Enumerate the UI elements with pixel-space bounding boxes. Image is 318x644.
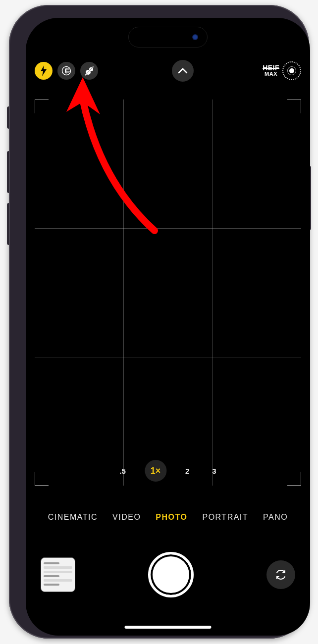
format-line2: MAX <box>263 71 279 76</box>
format-badge[interactable]: HEIF MAX <box>263 65 279 77</box>
grid-line <box>123 99 124 486</box>
camera-bottom-controls <box>26 543 310 607</box>
flash-button[interactable] <box>35 62 53 80</box>
viewfinder[interactable]: .5 1× 2 3 <box>35 99 301 486</box>
mode-photo[interactable]: PHOTO <box>156 513 187 522</box>
format-line1: HEIF <box>263 65 279 71</box>
mode-cinematic[interactable]: CINEMATIC <box>48 513 98 522</box>
home-indicator[interactable] <box>125 626 212 629</box>
shutter-button[interactable] <box>148 552 194 597</box>
flash-icon <box>40 65 48 76</box>
camera-flip-icon <box>274 568 288 582</box>
night-mode-button[interactable] <box>57 62 75 80</box>
camera-flip-button[interactable] <box>266 560 295 589</box>
chevron-up-icon <box>178 68 188 74</box>
zoom-3x[interactable]: 3 <box>208 464 220 478</box>
zoom-controls: .5 1× 2 3 <box>115 460 220 482</box>
mode-pano[interactable]: PANO <box>263 513 288 522</box>
mode-video[interactable]: VIDEO <box>112 513 141 522</box>
frame-corner-tl <box>35 99 49 113</box>
front-camera-icon <box>192 34 198 40</box>
camera-app-screen: HEIF MAX .5 1× 2 3 CI <box>26 18 310 636</box>
zoom-1x[interactable]: 1× <box>145 460 166 482</box>
frame-corner-bl <box>35 472 49 486</box>
mode-portrait[interactable]: PORTRAIT <box>202 513 248 522</box>
last-photo-thumbnail[interactable] <box>41 557 75 592</box>
grid-line <box>35 357 301 357</box>
frame-corner-tr <box>287 99 301 113</box>
zoom-2x[interactable]: 2 <box>181 464 193 478</box>
grid-line <box>35 228 301 229</box>
photographic-styles-button[interactable] <box>282 61 301 80</box>
photographic-styles-icon <box>289 68 294 73</box>
iphone-frame: HEIF MAX .5 1× 2 3 CI <box>9 5 309 639</box>
dynamic-island <box>128 27 208 48</box>
grid-line <box>212 99 213 486</box>
night-mode-icon <box>61 66 71 76</box>
live-photo-off-icon <box>84 65 95 76</box>
frame-corner-br <box>287 472 301 486</box>
camera-controls-expand-button[interactable] <box>172 60 194 82</box>
zoom-0-5x[interactable]: .5 <box>115 464 130 478</box>
camera-top-toolbar: HEIF MAX <box>26 58 310 83</box>
camera-mode-strip: CINEMATIC VIDEO PHOTO PORTRAIT PANO <box>26 513 310 522</box>
live-photo-button[interactable] <box>80 62 98 80</box>
